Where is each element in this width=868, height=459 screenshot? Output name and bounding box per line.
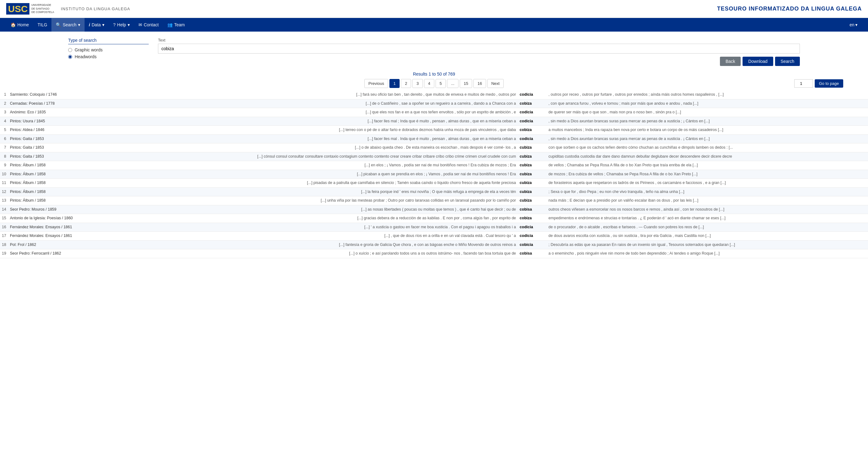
site-title: TESOURO INFORMATIZADO DA LINGUA GALEGA [717, 6, 862, 12]
row-source: Seor Pedro: Ferrocarril / 1862 [8, 249, 75, 258]
row-after: de forasteiros aquela que respetaron os … [547, 179, 868, 188]
row-num: 19 [0, 249, 8, 258]
row-source: Pintos: Álbum / 1858 [8, 179, 75, 188]
row-after: de o procurador , de o alcalde , escriba… [547, 223, 868, 232]
page-5-button[interactable]: 5 [436, 79, 446, 88]
back-button[interactable]: Back [720, 57, 741, 66]
table-row: 14 Seor Pedro: Mouros / 1859 [...] as no… [0, 205, 868, 214]
row-context: [...] unha viña por las mesteas probar ;… [75, 196, 518, 205]
search-button[interactable]: Search [775, 57, 800, 66]
nav-contact[interactable]: ✉ Contact [134, 18, 163, 32]
row-context: [...] pisadas de a patrulla que camiñaba… [75, 179, 518, 188]
page-15-button[interactable]: 15 [460, 79, 472, 88]
nav-team[interactable]: 👥 Team [163, 18, 189, 32]
row-context: [...] fantesía e groria de Galicia Que c… [75, 240, 518, 249]
row-after: de vellos ; Chamaba se Pepa Rosa A filla… [547, 161, 868, 170]
nav-tilg[interactable]: TILG [33, 18, 52, 32]
row-context: [...] facer lles mal ; Inda que é muito … [75, 117, 518, 126]
page-2-button[interactable]: 2 [401, 79, 411, 88]
row-keyword: cubiza [518, 196, 547, 205]
team-icon: 👥 [167, 22, 173, 27]
table-row: 19 Seor Pedro: Ferrocarril / 1862 [...] … [0, 249, 868, 258]
pagination-controls: Previous 1 2 3 4 5 ... 15 16 Next [364, 79, 503, 88]
row-keyword: cobiza [518, 214, 547, 223]
page-4-button[interactable]: 4 [424, 79, 434, 88]
row-num: 1 [0, 90, 8, 99]
search-type-panel: Type of search Graphic words Headwords [68, 38, 149, 66]
nav-home[interactable]: 🏠 Home [6, 18, 33, 32]
graphic-words-label: Graphic words [75, 48, 102, 52]
row-num: 12 [0, 187, 8, 196]
table-row: 8 Pintos: Gaita / 1853 [...] cónsul cons… [0, 152, 868, 161]
go-to-page-button[interactable]: Go to page [815, 79, 843, 88]
row-context: [...] que eles nos fan e en a que nos te… [75, 108, 518, 117]
row-keyword: codicia [518, 134, 547, 144]
lang-selector[interactable]: en ▾ [845, 22, 862, 27]
nav-help[interactable]: ? Help ▾ [109, 18, 134, 32]
table-row: 4 Pintos: Usura / 1845 [...] facer lles … [0, 117, 868, 126]
row-after: , sin medo a Dios axuntan brancas suras … [547, 117, 868, 126]
row-keyword: codicia [518, 117, 547, 126]
row-context: [...] cónsul consul consultar consultare… [75, 152, 518, 161]
row-num: 4 [0, 117, 8, 126]
row-keyword: cobisa [518, 205, 547, 214]
row-after: de dous avaros escolta con xusticia , ou… [547, 232, 868, 241]
search-nav-icon: 🔍 [56, 22, 61, 27]
row-source: Anónimo: Eco / 1835 [8, 108, 75, 117]
go-to-page-area: Go to page [794, 79, 843, 88]
row-num: 7 [0, 144, 8, 152]
row-source: Pintos: Aldea / 1846 [8, 126, 75, 135]
graphic-words-radio[interactable] [68, 48, 72, 52]
row-keyword: cobiza [518, 126, 547, 135]
table-row: 9 Pintos: Álbum / 1858 [...] en elos ; ¡… [0, 161, 868, 170]
row-keyword: cubiza [518, 152, 547, 161]
row-source: Seor Pedro: Mouros / 1859 [8, 205, 75, 214]
search-text-input[interactable] [158, 44, 800, 54]
prev-button[interactable]: Previous [364, 79, 388, 88]
row-keyword: codicia [518, 108, 547, 117]
row-context: [...] o de abaixo queda cheo . De esta m… [75, 144, 518, 152]
text-label: Text [158, 38, 800, 42]
next-button[interactable]: Next [487, 79, 504, 88]
row-num: 11 [0, 179, 8, 188]
download-button[interactable]: Download [743, 57, 773, 66]
row-num: 2 [0, 99, 8, 108]
page-16-button[interactable]: 16 [473, 79, 486, 88]
type-of-search-label: Type of search [68, 38, 149, 44]
row-num: 16 [0, 223, 8, 232]
row-context: [...] fará seu oficio tan ben , tan dere… [75, 90, 518, 99]
row-source: Pintos: Usura / 1845 [8, 117, 75, 126]
row-source: Pintos: Álbum / 1858 [8, 161, 75, 170]
row-source: Fernández Morales: Ensayos / 1861 [8, 232, 75, 241]
page-3-button[interactable]: 3 [412, 79, 423, 88]
row-context: [...] terreo con o pé de o altar farto e… [75, 126, 518, 135]
help-icon: ? [113, 22, 116, 27]
row-keyword: cubiza [518, 144, 547, 152]
row-keyword: cubiza [518, 161, 547, 170]
table-row: 16 Fernández Morales: Ensayos / 1861 [..… [0, 223, 868, 232]
row-context: [...] en elos ; ¡ Vamos , podía ser nai … [75, 161, 518, 170]
pagination-area: Previous 1 2 3 4 5 ... 15 16 Next Go to … [0, 78, 868, 90]
row-context: [...] la feira porque ind ' eres mui nov… [75, 187, 518, 196]
graphic-words-option[interactable]: Graphic words [68, 48, 149, 52]
search-text-panel: Text Back Download Search [158, 38, 800, 66]
table-row: 3 Anónimo: Eco / 1835 [...] que eles nos… [0, 108, 868, 117]
row-keyword: cobicia [518, 240, 547, 249]
row-num: 18 [0, 240, 8, 249]
search-dropdown-icon: ▾ [78, 22, 80, 27]
row-context: [...] , que de dous ríos en a orilla e e… [75, 232, 518, 241]
row-source: Pol: Frol / 1862 [8, 240, 75, 249]
headwords-option[interactable]: Headwords [68, 54, 149, 59]
row-context: [...] gracias debera de a reducción de a… [75, 214, 518, 223]
nav-data[interactable]: i Data ▾ [85, 18, 109, 32]
row-after: empedimentos e endrómenas e strucias e t… [547, 214, 868, 223]
row-context: [...] ' a xusticia o gastou en facer me … [75, 223, 518, 232]
row-source: Cernadas: Poesías / 1778 [8, 99, 75, 108]
row-num: 6 [0, 134, 8, 144]
go-to-page-input[interactable] [794, 79, 813, 88]
headwords-radio[interactable] [68, 55, 72, 59]
row-num: 5 [0, 126, 8, 135]
page-1-button[interactable]: 1 [390, 79, 400, 88]
row-num: 15 [0, 214, 8, 223]
nav-search[interactable]: 🔍 Search ▾ [52, 18, 84, 32]
